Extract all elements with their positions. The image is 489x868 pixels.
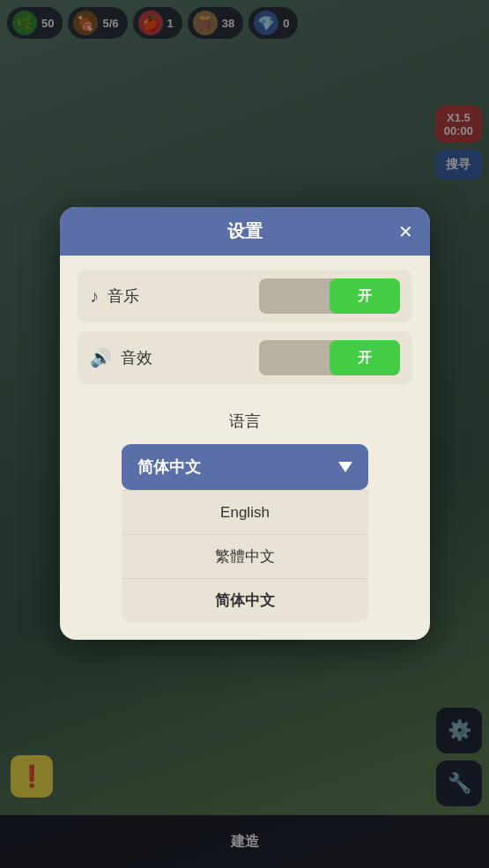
- modal-body: ♪ 音乐 开 🔊 音效 开 语言: [60, 256, 430, 640]
- language-dropdown-selected[interactable]: 简体中文: [122, 444, 368, 490]
- language-option-traditional-chinese[interactable]: 繁體中文: [122, 534, 368, 578]
- selected-language-text: 简体中文: [137, 456, 201, 478]
- music-toggle-on: 开: [330, 278, 400, 314]
- music-label-text: 音乐: [107, 286, 139, 307]
- sfx-toggle-on: 开: [330, 340, 400, 375]
- settings-modal: 设置 ✕ ♪ 音乐 开 🔊 音效 开: [60, 207, 430, 640]
- language-dropdown-list: English 繁體中文 简体中文: [122, 490, 368, 622]
- language-section-label: 语言: [229, 411, 261, 432]
- music-toggle[interactable]: 开: [259, 278, 400, 314]
- music-setting-row: ♪ 音乐 开: [78, 270, 412, 323]
- modal-close-button[interactable]: ✕: [393, 219, 418, 244]
- sfx-label-text: 音效: [121, 347, 152, 368]
- sfx-icon: 🔊: [90, 347, 112, 368]
- language-section: 语言 简体中文 English 繁體中文 简体中文: [78, 411, 412, 622]
- music-icon: ♪: [90, 286, 99, 307]
- modal-header: 设置 ✕: [60, 207, 430, 256]
- music-label: ♪ 音乐: [90, 286, 139, 307]
- close-icon: ✕: [398, 221, 413, 242]
- modal-title: 设置: [227, 219, 263, 243]
- language-option-english[interactable]: English: [122, 490, 368, 534]
- sfx-toggle[interactable]: 开: [259, 340, 400, 375]
- sfx-setting-row: 🔊 音效 开: [78, 331, 412, 384]
- dropdown-arrow-icon: [338, 462, 352, 472]
- language-option-simplified-chinese[interactable]: 简体中文: [122, 578, 368, 622]
- sfx-label: 🔊 音效: [90, 347, 152, 368]
